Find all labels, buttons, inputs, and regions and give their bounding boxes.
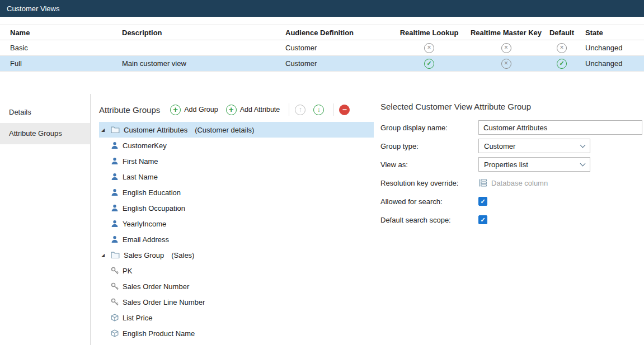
- group-display-name-input[interactable]: [478, 120, 642, 135]
- cell-name: Basic: [0, 44, 112, 52]
- tree-group-label: Customer Attributes: [124, 126, 187, 134]
- group-type-select[interactable]: Customer: [478, 139, 590, 153]
- tree-item-pk[interactable]: PK: [99, 263, 374, 278]
- tab-attribute-groups[interactable]: Attribute Groups: [0, 123, 90, 144]
- tree-item-list-price[interactable]: List Price: [99, 310, 374, 325]
- form-row-group-type: Group type: Customer: [380, 139, 644, 153]
- tree-item-english-occupation[interactable]: English Occupation: [99, 200, 374, 216]
- tree-item-label: Sales Order Line Number: [123, 298, 205, 306]
- cell-realtime-lookup: [390, 43, 468, 53]
- key-icon: [111, 267, 119, 275]
- chevron-down-icon: [580, 143, 586, 148]
- attribute-groups-tree: Customer Attributes (Customer details) C…: [99, 122, 374, 341]
- form-row-default-search-scope: Default search scope:: [380, 212, 644, 227]
- view-as-value: Properties list: [484, 160, 528, 169]
- tree-item-first-name[interactable]: First Name: [99, 153, 374, 169]
- tree-item-label: English Product Name: [123, 329, 195, 338]
- cell-realtime-master-key: [468, 59, 544, 69]
- tree-group-sales-group[interactable]: Sales Group (Sales): [99, 247, 374, 263]
- tree-item-customerkey[interactable]: CustomerKey: [99, 138, 374, 153]
- expander-icon[interactable]: [101, 127, 107, 133]
- chevron-down-icon: [580, 161, 586, 167]
- resolution-key-override-label: Resolution key override:: [380, 179, 478, 187]
- form-row-group-display-name: Group display name:: [380, 120, 644, 135]
- tree-group-label: Sales Group: [124, 251, 164, 259]
- group-display-name-label: Group display name:: [380, 124, 478, 132]
- tree-group-customer-attributes[interactable]: Customer Attributes (Customer details): [99, 122, 374, 138]
- allowed-for-search-checkbox[interactable]: [478, 197, 487, 206]
- move-up-icon: [295, 105, 305, 115]
- title-bar: Customer Views: [0, 0, 644, 17]
- table-header-row: Name Description Audience Definition Rea…: [0, 25, 644, 40]
- tree-item-label: PK: [123, 267, 132, 275]
- tree-item-label: Sales Order Number: [123, 282, 189, 291]
- table-row-basic[interactable]: Basic Customer Unchanged: [0, 40, 644, 56]
- person-icon: [111, 173, 119, 181]
- add-attribute-button[interactable]: Add Attribute: [226, 105, 280, 115]
- tree-item-sales-order-line-number[interactable]: Sales Order Line Number: [99, 294, 374, 310]
- tree-item-yearlyincome[interactable]: YearlyIncome: [99, 216, 374, 231]
- selected-group-title: Selected Customer View Attribute Group: [380, 102, 644, 111]
- database-column-icon: [478, 178, 487, 187]
- cell-default: [544, 43, 580, 53]
- column-header-audience-definition: Audience Definition: [275, 29, 390, 37]
- tree-item-last-name[interactable]: Last Name: [99, 169, 374, 185]
- tree-item-label: CustomerKey: [123, 141, 167, 150]
- add-attribute-label: Add Attribute: [240, 106, 280, 114]
- database-column-button[interactable]: Database column: [478, 178, 548, 187]
- tree-item-label: First Name: [123, 157, 158, 166]
- toolbar-separator: [333, 103, 333, 116]
- cell-name: Full: [0, 59, 112, 68]
- add-group-label: Add Group: [184, 106, 218, 114]
- package-icon: [111, 329, 119, 337]
- attribute-groups-toolbar: Attribute Groups Add Group Add Attribute: [99, 102, 374, 117]
- selected-group-form: Group display name: Group type: Customer…: [380, 120, 644, 227]
- status-cross-icon: [501, 59, 511, 69]
- tree-item-sales-order-number[interactable]: Sales Order Number: [99, 278, 374, 294]
- form-row-allowed-for-search: Allowed for search:: [380, 194, 644, 209]
- cell-audience-definition: Customer: [275, 44, 390, 52]
- form-row-resolution-key-override: Resolution key override: Database column: [380, 176, 644, 190]
- tree-item-label: English Occupation: [123, 204, 185, 212]
- expander-icon[interactable]: [101, 253, 107, 258]
- table-row-full[interactable]: Full Main customer view Customer Unchang…: [0, 56, 644, 72]
- cell-realtime-master-key: [468, 43, 544, 53]
- column-header-realtime-lookup: Realtime Lookup: [390, 29, 468, 37]
- cell-audience-definition: Customer: [275, 59, 390, 68]
- remove-button[interactable]: [339, 105, 350, 115]
- column-header-description: Description: [112, 29, 275, 37]
- tree-group-meta: (Customer details): [195, 126, 254, 134]
- move-down-button[interactable]: [313, 105, 324, 115]
- key-icon: [111, 282, 119, 290]
- column-header-default: Default: [544, 29, 580, 37]
- view-as-select[interactable]: Properties list: [478, 157, 590, 172]
- cell-state: Unchanged: [580, 59, 644, 68]
- status-check-icon: [424, 59, 434, 69]
- column-header-state: State: [580, 29, 644, 37]
- allowed-for-search-label: Allowed for search:: [380, 197, 478, 206]
- tree-item-english-education[interactable]: English Education: [99, 185, 374, 200]
- attribute-groups-panel: Attribute Groups Add Group Add Attribute…: [91, 94, 374, 345]
- cell-default: [544, 59, 580, 69]
- group-type-label: Group type:: [380, 142, 478, 150]
- tree-item-label: List Price: [123, 314, 152, 322]
- tab-details[interactable]: Details: [0, 102, 90, 123]
- attribute-groups-title: Attribute Groups: [99, 105, 160, 115]
- left-tab-sidebar: Details Attribute Groups: [0, 94, 91, 345]
- default-search-scope-checkbox[interactable]: [478, 215, 487, 224]
- status-cross-icon: [424, 43, 434, 53]
- cell-realtime-lookup: [390, 59, 468, 69]
- person-icon: [111, 141, 119, 149]
- tree-item-email-address[interactable]: Email Address: [99, 231, 374, 247]
- tree-item-english-product-name[interactable]: English Product Name: [99, 325, 374, 341]
- database-column-label: Database column: [491, 179, 548, 187]
- person-icon: [111, 157, 119, 165]
- add-group-button[interactable]: Add Group: [170, 105, 218, 115]
- status-cross-icon: [501, 43, 511, 53]
- person-icon: [111, 188, 119, 196]
- cell-state: Unchanged: [580, 44, 644, 52]
- group-type-value: Customer: [484, 142, 515, 150]
- move-up-button[interactable]: [295, 105, 305, 115]
- tree-item-label: Email Address: [123, 235, 169, 244]
- person-icon: [111, 220, 119, 228]
